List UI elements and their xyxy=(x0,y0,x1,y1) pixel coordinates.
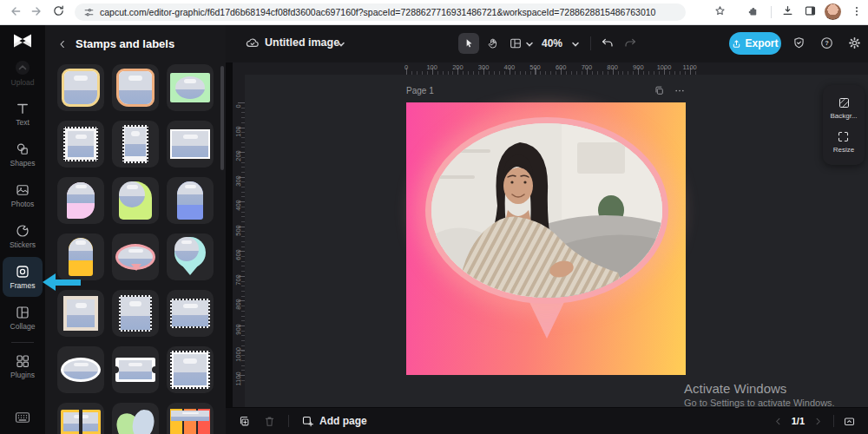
back-icon[interactable] xyxy=(9,4,23,18)
add-page-button[interactable]: Add page xyxy=(301,415,367,428)
sidebar-item-stickers[interactable]: Stickers xyxy=(3,216,43,256)
panel-scrollbar[interactable] xyxy=(220,66,224,170)
reload-icon[interactable] xyxy=(52,4,65,17)
duplicate-page-button[interactable] xyxy=(238,415,251,428)
canvas-workspace[interactable]: 010020030040050060070080090010001100 010… xyxy=(233,62,868,408)
sidebar-item-shapes[interactable]: Shapes xyxy=(3,135,43,174)
stickers-icon xyxy=(15,223,30,239)
stamp-blue-arch[interactable] xyxy=(167,177,214,224)
stamp-color-bars[interactable] xyxy=(167,403,214,434)
shapes-icon xyxy=(15,141,30,157)
stamp-teal-map-pin[interactable] xyxy=(167,233,214,280)
stamp-shape xyxy=(61,358,101,382)
page-label[interactable]: Page 1 xyxy=(406,86,434,95)
duplicate-page-icon[interactable] xyxy=(654,85,665,96)
photos-icon xyxy=(15,182,30,198)
stamp-perforated-rect[interactable] xyxy=(167,290,214,337)
stamp-organic-blobs[interactable] xyxy=(112,403,159,434)
stamp-white-ticket[interactable] xyxy=(112,346,159,393)
prev-page-icon[interactable] xyxy=(773,417,783,426)
page-more-icon[interactable] xyxy=(674,85,686,96)
capcut-logo-icon[interactable] xyxy=(12,31,33,50)
zoom-level[interactable]: 40% xyxy=(542,37,562,49)
ruler-tick-label: 0 xyxy=(234,95,242,118)
stamp-photo-placeholder xyxy=(125,128,146,156)
document-title[interactable]: Untitled image xyxy=(265,36,339,49)
background-button[interactable]: Backgr... xyxy=(830,96,857,120)
site-settings-icon[interactable] xyxy=(83,7,95,18)
hand-tool-button[interactable] xyxy=(486,36,500,50)
sidebar-item-frames[interactable]: Frames xyxy=(3,257,43,297)
stamp-photo-rect[interactable] xyxy=(167,121,214,168)
stamp-lime-arch[interactable] xyxy=(112,177,159,224)
select-tool-button[interactable] xyxy=(458,33,479,54)
arrow-tail xyxy=(55,279,81,286)
resize-button[interactable]: Resize xyxy=(833,130,854,154)
panel-header: Stamps and labels xyxy=(45,24,226,50)
keyboard-shortcuts-icon[interactable] xyxy=(15,411,30,424)
stamp-shape xyxy=(62,69,100,107)
add-page-label: Add page xyxy=(319,415,367,427)
url-text[interactable]: capcut.com/editor-graphic/f6d17d6b68194c… xyxy=(100,7,677,17)
zoom-chevron-icon[interactable] xyxy=(571,40,580,49)
stamp-pink-leaf[interactable] xyxy=(57,177,104,224)
sidebar-item-photos[interactable]: Photos xyxy=(3,175,43,215)
toolbar-divider xyxy=(590,36,591,50)
sidebar-item-plugins[interactable]: Plugins xyxy=(3,346,43,386)
forward-icon[interactable] xyxy=(30,4,43,18)
stamp-rounded-orange-frame[interactable] xyxy=(112,64,159,111)
stamp-beige-torn[interactable] xyxy=(57,290,104,337)
stamp-perforated-large[interactable] xyxy=(167,346,214,393)
stamp-rounded-yellow-frame[interactable] xyxy=(57,64,104,111)
collage-icon xyxy=(15,305,30,320)
stamp-pink-speech-bubble[interactable] xyxy=(112,233,159,280)
annotation-arrow xyxy=(43,273,82,291)
side-panel-icon[interactable] xyxy=(804,4,817,17)
export-button[interactable]: Export xyxy=(729,32,781,55)
page-navigation: 1/1 xyxy=(773,415,856,428)
ruler-tick-label: 300 xyxy=(478,63,490,71)
bookmark-star-icon[interactable] xyxy=(713,4,727,17)
stamp-perforated-square[interactable] xyxy=(112,290,159,337)
sidebar-item-text[interactable]: Text xyxy=(3,94,43,134)
settings-gear-icon[interactable] xyxy=(847,36,862,50)
stamp-photo-placeholder xyxy=(67,299,95,327)
chrome-menu-icon[interactable] xyxy=(851,4,863,18)
stamp-postage-tall[interactable] xyxy=(112,121,159,168)
ruler-h-ticks xyxy=(406,62,696,75)
stamp-shape xyxy=(63,296,98,331)
extensions-icon[interactable] xyxy=(746,4,760,17)
next-page-icon[interactable] xyxy=(813,417,823,426)
redo-button[interactable] xyxy=(623,36,637,50)
stamp-green-oval-label[interactable] xyxy=(167,64,214,111)
undo-button[interactable] xyxy=(601,36,615,50)
portrait-photo[interactable] xyxy=(431,123,662,298)
stamp-postage-square[interactable] xyxy=(57,121,104,168)
stamp-shape xyxy=(61,410,101,434)
stamp-photo-placeholder xyxy=(171,411,209,421)
shield-check-icon[interactable] xyxy=(792,36,806,50)
design-page[interactable] xyxy=(406,102,686,375)
stamp-photo-placeholder xyxy=(174,354,207,385)
stamp-shape xyxy=(122,125,148,163)
layout-chevron-icon[interactable] xyxy=(525,40,534,49)
profile-avatar[interactable] xyxy=(825,3,841,20)
help-icon[interactable]: ? xyxy=(819,36,834,50)
sidebar-item-collage[interactable]: Collage xyxy=(3,298,43,338)
back-chevron-icon[interactable] xyxy=(57,39,68,49)
sidebar-item-upload[interactable]: Upload xyxy=(3,53,43,93)
layout-tool-button[interactable] xyxy=(509,36,523,50)
delete-page-button[interactable] xyxy=(263,415,276,428)
stamp-shape xyxy=(69,238,93,276)
oval-frame[interactable] xyxy=(425,117,668,304)
present-fullscreen-icon[interactable] xyxy=(843,415,856,428)
title-chevron-icon[interactable] xyxy=(337,40,345,49)
stamp-white-oval[interactable] xyxy=(57,346,104,393)
ruler-v: 010020030040050060070080090010001100 xyxy=(233,75,245,408)
stamp-shape xyxy=(115,408,155,434)
download-icon[interactable] xyxy=(781,4,794,17)
stamp-double-yellow[interactable] xyxy=(57,403,104,434)
address-bar[interactable]: capcut.com/editor-graphic/f6d17d6b68194c… xyxy=(75,3,686,21)
stamp-shape xyxy=(63,127,98,161)
arrow-head xyxy=(43,273,56,291)
